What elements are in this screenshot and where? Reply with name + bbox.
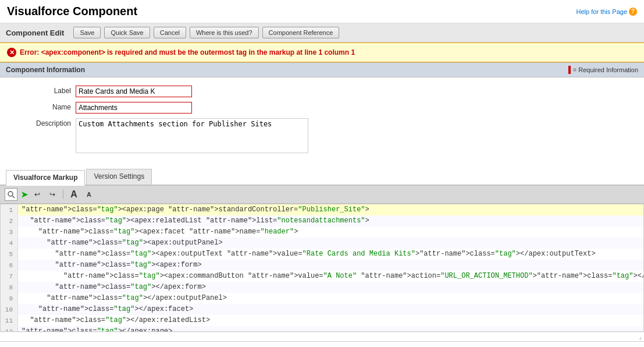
tab-version-settings[interactable]: Version Settings — [86, 169, 152, 185]
toolbar-divider — [63, 190, 63, 199]
line-content-12: "attr-name">class="tag"></apex:page> — [18, 326, 172, 332]
code-line-6: 6 "attr-name">class="tag"><apex:form> — [1, 260, 643, 271]
search-button[interactable] — [5, 188, 17, 201]
help-link[interactable]: Help for this Page ? — [577, 8, 637, 16]
code-line-12: 12"attr-name">class="tag"></apex:page> — [1, 326, 643, 332]
redo-button[interactable]: ↪ — [47, 189, 58, 200]
code-line-1: 1"attr-name">class="tag"><apex:page "att… — [1, 204, 643, 215]
label-row: Label — [0, 83, 644, 100]
code-line-5: 5 "attr-name">class="tag"><apex:outputTe… — [1, 249, 643, 260]
line-content-7: "attr-name">class="tag"><apex:commandBut… — [18, 271, 644, 282]
page-header: Visualforce Component Help for this Page… — [0, 0, 644, 23]
line-content-11: "attr-name">class="tag"></apex:relatedLi… — [18, 315, 210, 326]
label-input[interactable] — [76, 86, 192, 97]
line-number-2: 2 — [1, 215, 18, 226]
save-button[interactable]: Save — [73, 27, 101, 38]
cancel-button[interactable]: Cancel — [154, 27, 186, 38]
line-content-6: "attr-name">class="tag"><apex:form> — [18, 260, 202, 271]
code-line-3: 3 "attr-name">class="tag"><apex:facet "a… — [1, 226, 643, 238]
line-number-1: 1 — [1, 204, 18, 215]
line-content-1: "attr-name">class="tag"><apex:page "attr… — [18, 204, 369, 215]
name-field-container — [76, 102, 192, 114]
form-section: Label Name Description Custom Attachment… — [0, 77, 644, 163]
code-line-8: 8 "attr-name">class="tag"></apex:form> — [1, 282, 643, 293]
label-field-container — [76, 86, 192, 97]
line-content-4: "attr-name">class="tag"><apex:outputPane… — [18, 238, 223, 249]
line-number-7: 7 — [1, 271, 18, 282]
line-number-10: 10 — [1, 304, 18, 315]
tab-visualforce-markup[interactable]: Visualforce Markup — [6, 170, 85, 186]
undo-button[interactable]: ↩ — [31, 189, 43, 200]
line-content-5: "attr-name">class="tag"><apex:outputText… — [18, 249, 596, 260]
line-content-2: "attr-name">class="tag"><apex:relatedLis… — [18, 215, 369, 226]
name-field-label: Name — [6, 102, 76, 111]
code-line-9: 9 "attr-name">class="tag"></apex:outputP… — [1, 293, 643, 304]
svg-line-1 — [12, 196, 15, 198]
line-content-3: "attr-name">class="tag"><apex:facet "att… — [18, 226, 298, 238]
name-row: Name — [0, 100, 644, 116]
description-field-container: Custom Attachments section for Publisher… — [76, 118, 308, 155]
editor-toolbar: ➤ ↩ ↪ A A — [0, 186, 644, 204]
help-icon: ? — [629, 8, 637, 16]
description-row: Description Custom Attachments section f… — [0, 116, 644, 157]
line-number-8: 8 — [1, 282, 18, 293]
resize-handle[interactable]: ⌟ — [0, 332, 644, 341]
component-ref-button[interactable]: Component Reference — [262, 27, 340, 38]
line-number-11: 11 — [1, 315, 18, 326]
code-line-2: 2 "attr-name">class="tag"><apex:relatedL… — [1, 215, 643, 226]
description-textarea[interactable]: Custom Attachments section for Publisher… — [76, 118, 308, 153]
font-large-button[interactable]: A — [68, 189, 80, 200]
error-bar: ✕ Error: <apex:component> is required an… — [0, 43, 644, 62]
page-title: Visualforce Component — [7, 5, 137, 18]
line-number-9: 9 — [1, 293, 18, 304]
component-info-header: Component Information = Required Informa… — [0, 62, 644, 77]
line-content-10: "attr-name">class="tag"></apex:facet> — [18, 304, 193, 315]
line-number-6: 6 — [1, 260, 18, 271]
line-content-8: "attr-name">class="tag"></apex:form> — [18, 282, 206, 293]
code-line-11: 11 "attr-name">class="tag"></apex:relate… — [1, 315, 643, 326]
where-used-button[interactable]: Where is this used? — [190, 27, 259, 38]
label-field-label: Label — [6, 86, 76, 95]
required-legend: = Required Information — [568, 66, 638, 74]
line-number-12: 12 — [1, 326, 18, 332]
go-button[interactable]: ➤ — [21, 190, 28, 199]
line-number-5: 5 — [1, 249, 18, 260]
font-small-button[interactable]: A — [83, 189, 95, 200]
name-input[interactable] — [76, 102, 192, 114]
required-legend-text: = Required Information — [573, 66, 638, 73]
description-field-label: Description — [6, 118, 76, 128]
quick-save-button[interactable]: Quick Save — [104, 27, 150, 38]
search-icon — [8, 191, 15, 199]
code-line-7: 7 "attr-name">class="tag"><apex:commandB… — [1, 271, 643, 282]
required-bar-icon — [568, 66, 571, 74]
line-number-3: 3 — [1, 226, 18, 238]
error-message: Error: <apex:component> is required and … — [20, 48, 355, 56]
component-info-title: Component Information — [6, 66, 85, 74]
error-icon: ✕ — [7, 48, 16, 57]
svg-point-0 — [8, 192, 13, 196]
component-edit-title: Component Edit — [6, 29, 64, 37]
tabs-bar: Visualforce Markup Version Settings — [0, 169, 644, 186]
line-number-4: 4 — [1, 238, 18, 249]
help-link-text: Help for this Page — [577, 8, 627, 15]
code-line-4: 4 "attr-name">class="tag"><apex:outputPa… — [1, 238, 643, 249]
code-line-10: 10 "attr-name">class="tag"></apex:facet> — [1, 304, 643, 315]
editor-section: ➤ ↩ ↪ A A 1"attr-name">class="tag"><apex… — [0, 186, 644, 342]
code-editor[interactable]: 1"attr-name">class="tag"><apex:page "att… — [0, 204, 644, 332]
line-content-9: "attr-name">class="tag"></apex:outputPan… — [18, 293, 227, 304]
component-edit-bar: Component Edit Save Quick Save Cancel Wh… — [0, 23, 644, 43]
